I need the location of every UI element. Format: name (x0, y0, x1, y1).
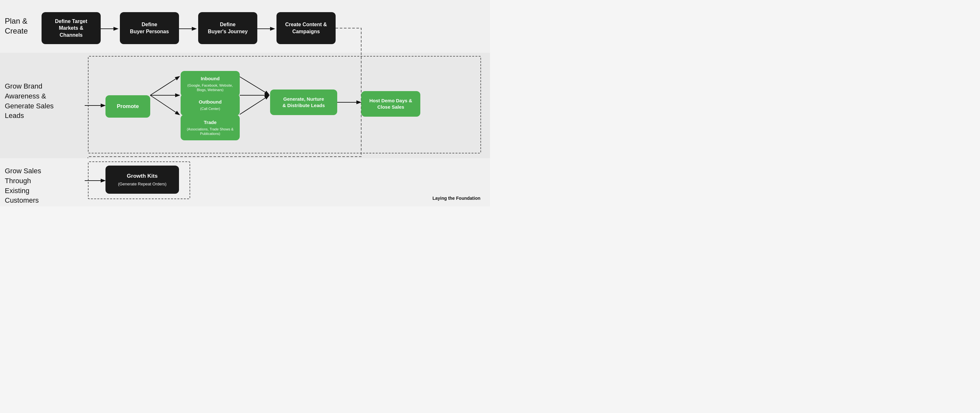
growth-kits-box: Growth Kits (Generate Repeat Orders) (105, 165, 179, 194)
arrow-into-promote (85, 102, 107, 109)
arrow-3 (257, 25, 277, 32)
define-personas-box: DefineBuyer Personas (120, 12, 179, 44)
create-content-box: Create Content &Campaigns (277, 12, 336, 44)
define-journey-box: DefineBuyer's Journey (198, 12, 257, 44)
generate-box: Generate, Nurture& Distribute Leads (270, 89, 337, 115)
diagram: Plan & Create Define TargetMarkets &Chan… (0, 0, 490, 206)
arrow-2 (179, 25, 198, 32)
arrow-1 (101, 25, 120, 32)
laying-foundation-label: Laying the Foundation (433, 195, 480, 201)
define-target-box: Define TargetMarkets &Channels (41, 12, 101, 44)
promote-box: Promote (105, 95, 150, 118)
arrow-generate-host (337, 99, 363, 105)
outbound-box: Outbound (Call Center) (181, 94, 240, 116)
plan-create-label: Plan & Create (5, 16, 28, 36)
host-demo-box: Host Demo Days &Close Sales (361, 91, 420, 117)
inbound-box: Inbound (Google, Facebook, Website,Blogs… (181, 71, 240, 97)
grow-sales-label: Grow SalesThroughExistingCustomers (5, 166, 41, 205)
arrow-into-growth (85, 178, 107, 184)
grow-brand-label: Grow BrandAwareness &Generate SalesLeads (5, 81, 54, 121)
trade-box: Trade (Associations, Trade Shows &Public… (181, 115, 240, 140)
